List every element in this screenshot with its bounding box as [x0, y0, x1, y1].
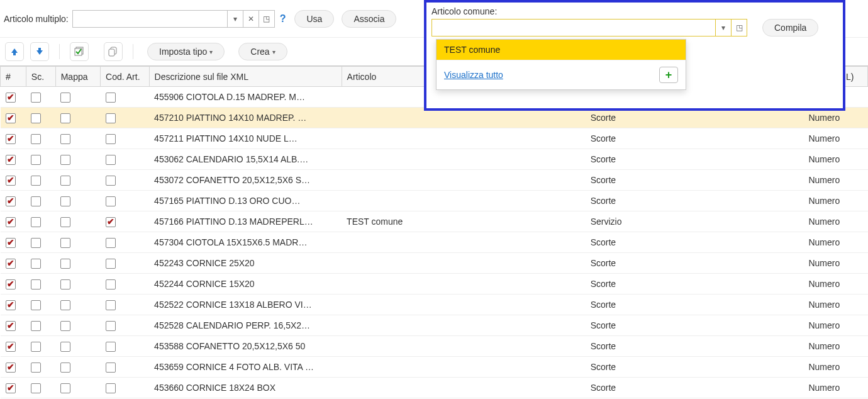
row-checkbox-mappa[interactable]	[60, 279, 70, 289]
row-checkbox-cod[interactable]	[106, 383, 116, 393]
imposta-tipo-button[interactable]: Imposta tipo▾	[147, 43, 225, 60]
row-checkbox-mappa[interactable]	[60, 300, 70, 310]
row-checkbox-mappa[interactable]	[60, 321, 70, 331]
row-checkbox-sc[interactable]	[31, 196, 41, 206]
row-checkbox-sc[interactable]	[31, 217, 41, 227]
help-icon[interactable]: ?	[280, 13, 286, 25]
row-checkbox-mappa[interactable]	[60, 176, 70, 186]
row-checkbox-hash[interactable]	[6, 259, 16, 269]
col-mappa[interactable]: Mappa	[55, 67, 100, 87]
compila-button[interactable]: Compila	[762, 19, 818, 37]
table-row[interactable]: 453660 CORNICE 18X24 BOXScorteNumero	[1, 378, 868, 398]
crea-button[interactable]: Crea▾	[238, 43, 287, 60]
row-checkbox-sc[interactable]	[31, 383, 41, 393]
row-checkbox-cod[interactable]	[106, 155, 116, 165]
row-checkbox-mappa[interactable]	[60, 113, 70, 123]
articolo-comune-combo[interactable]: ▾ ◳	[431, 19, 747, 37]
row-checkbox-mappa[interactable]	[60, 362, 70, 373]
row-checkbox-sc[interactable]	[31, 155, 41, 165]
row-checkbox-sc[interactable]	[31, 238, 41, 248]
row-checkbox-cod[interactable]	[106, 196, 116, 206]
row-checkbox-mappa[interactable]	[60, 134, 70, 144]
col-cod[interactable]: Cod. Art.	[101, 67, 150, 87]
articolo-multiplo-input[interactable]	[73, 11, 227, 27]
row-checkbox-sc[interactable]	[31, 113, 41, 123]
row-checkbox-mappa[interactable]	[60, 155, 70, 165]
table-row[interactable]: 453659 CORNICE 4 FOTO ALB. VITA …ScorteN…	[1, 357, 868, 378]
row-checkbox-cod[interactable]	[106, 259, 116, 269]
table-row[interactable]: 457166 PIATTINO D.13 MADREPERL…TEST comu…	[1, 211, 868, 232]
row-checkbox-sc[interactable]	[31, 176, 41, 186]
row-checkbox-mappa[interactable]	[60, 238, 70, 248]
row-checkbox-cod[interactable]	[106, 279, 116, 289]
row-checkbox-cod[interactable]	[106, 321, 116, 331]
row-checkbox-sc[interactable]	[31, 259, 41, 269]
row-checkbox-hash[interactable]	[6, 93, 16, 103]
articolo-comune-input[interactable]	[432, 20, 715, 36]
row-checkbox-sc[interactable]	[31, 93, 41, 103]
clear-icon[interactable]: ✕	[243, 11, 259, 27]
table-row[interactable]: 452244 CORNICE 15X20ScorteNumero	[1, 274, 868, 295]
row-checkbox-hash[interactable]	[6, 176, 16, 186]
table-row[interactable]: 457304 CIOTOLA 15X15X6.5 MADR…ScorteNume…	[1, 232, 868, 253]
row-checkbox-sc[interactable]	[31, 279, 41, 289]
row-checkbox-mappa[interactable]	[60, 196, 70, 206]
row-checkbox-sc[interactable]	[31, 321, 41, 331]
row-checkbox-sc[interactable]	[31, 362, 41, 373]
popout-icon[interactable]: ◳	[732, 20, 747, 36]
row-checkbox-hash[interactable]	[6, 134, 16, 144]
row-checkbox-hash[interactable]	[6, 113, 16, 123]
visualizza-tutto-link[interactable]: Visualizza tutto	[444, 70, 503, 80]
row-checkbox-hash[interactable]	[6, 321, 16, 331]
table-row[interactable]: 457165 PIATTINO D.13 ORO CUO…ScorteNumer…	[1, 191, 868, 211]
table-row[interactable]: 453072 COFANETTO 20,5X12,5X6 S…ScorteNum…	[1, 170, 868, 191]
col-desc[interactable]: Descrizione sul file XML	[149, 67, 342, 87]
dropdown-item-test-comune[interactable]: TEST comune	[437, 40, 686, 60]
row-checkbox-hash[interactable]	[6, 155, 16, 165]
table-row[interactable]: 457211 PIATTINO 14X10 NUDE L…ScorteNumer…	[1, 128, 868, 149]
row-checkbox-cod[interactable]	[106, 113, 116, 123]
usa-button[interactable]: Usa	[294, 10, 334, 28]
table-row[interactable]: 453062 CALENDARIO 15,5X14 ALB.…ScorteNum…	[1, 149, 868, 170]
table-row[interactable]: 452522 CORNICE 13X18 ALBERO VI…ScorteNum…	[1, 295, 868, 315]
row-checkbox-hash[interactable]	[6, 217, 16, 227]
row-checkbox-mappa[interactable]	[60, 383, 70, 393]
row-checkbox-hash[interactable]	[6, 362, 16, 373]
table-row[interactable]: 453588 COFANETTO 20,5X12,5X6 50ScorteNum…	[1, 336, 868, 357]
check-button[interactable]	[70, 42, 89, 61]
row-checkbox-cod[interactable]	[106, 217, 116, 227]
row-checkbox-cod[interactable]	[106, 362, 116, 373]
row-checkbox-hash[interactable]	[6, 196, 16, 206]
table-row[interactable]: 452243 CORNICE 25X20ScorteNumero	[1, 253, 868, 274]
row-checkbox-sc[interactable]	[31, 342, 41, 352]
row-checkbox-cod[interactable]	[106, 238, 116, 248]
popout-icon[interactable]: ◳	[259, 11, 274, 27]
row-checkbox-cod[interactable]	[106, 134, 116, 144]
col-hash[interactable]: #	[1, 67, 26, 87]
chevron-down-icon[interactable]: ▾	[228, 11, 243, 27]
add-button[interactable]: +	[659, 67, 678, 83]
row-checkbox-mappa[interactable]	[60, 93, 70, 103]
move-up-button[interactable]	[5, 42, 24, 61]
row-checkbox-hash[interactable]	[6, 342, 16, 352]
col-sc[interactable]: Sc.	[26, 67, 55, 87]
row-checkbox-sc[interactable]	[31, 300, 41, 310]
row-checkbox-hash[interactable]	[6, 238, 16, 248]
row-checkbox-cod[interactable]	[106, 342, 116, 352]
table-row[interactable]: 452528 CALENDARIO PERP. 16,5X2…ScorteNum…	[1, 315, 868, 336]
row-checkbox-cod[interactable]	[106, 300, 116, 310]
row-checkbox-mappa[interactable]	[60, 342, 70, 352]
articolo-multiplo-combo[interactable]: ▾ ✕ ◳	[72, 10, 275, 28]
row-checkbox-sc[interactable]	[31, 134, 41, 144]
row-checkbox-cod[interactable]	[106, 93, 116, 103]
associa-button[interactable]: Associa	[342, 10, 396, 28]
row-checkbox-mappa[interactable]	[60, 259, 70, 269]
row-checkbox-hash[interactable]	[6, 383, 16, 393]
row-checkbox-cod[interactable]	[106, 176, 116, 186]
row-checkbox-hash[interactable]	[6, 300, 16, 310]
row-checkbox-hash[interactable]	[6, 279, 16, 289]
move-down-button[interactable]	[30, 42, 49, 61]
chevron-down-icon[interactable]: ▾	[716, 20, 731, 36]
copy-button[interactable]	[104, 42, 123, 61]
row-checkbox-mappa[interactable]	[60, 217, 70, 227]
